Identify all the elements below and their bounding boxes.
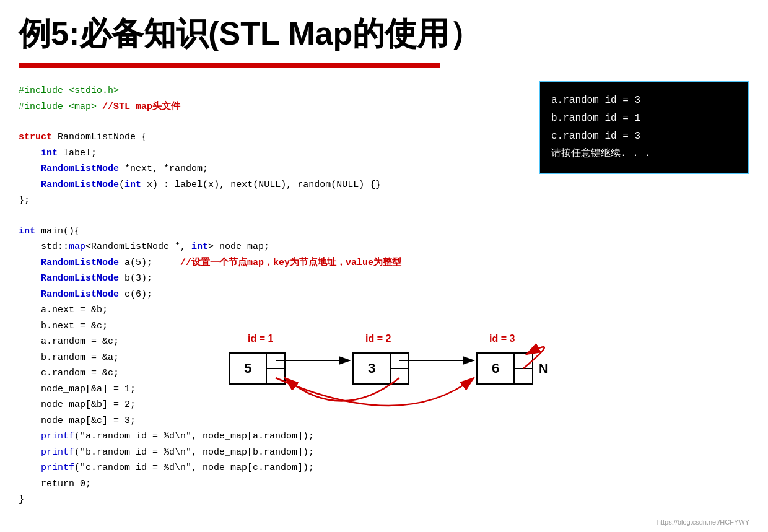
struct-close: }; [19,195,30,206]
diagram-area: id = 1 id = 2 id = 3 5 3 6 N [217,322,737,458]
node-a-decl: a(5); [119,258,152,268]
terminal-line-4: 请按任意键继续. . . [551,145,737,163]
node2-random-box [390,368,409,384]
terminal-line-2: b.random id = 1 [551,110,737,128]
assign2: b.next = &c; [19,321,108,331]
indent1 [19,148,41,159]
printf3-kw: printf [41,463,74,473]
constructor-body: ) : label( [152,180,208,190]
terminal-line-1: a.random id = 3 [551,92,737,110]
page-title: 例5:必备知识(STL Map的使用） [19,12,749,56]
keyword-struct: struct [19,132,52,142]
node3-random-box [514,368,533,384]
assign4: b.random = &a; [19,352,119,363]
comment-stl-map: //STL map头文件 [102,102,180,112]
printf1 [19,431,41,442]
node-c-decl: c(6); [119,289,152,300]
watermark: https://blog.csdn.net/HCFYWY [657,518,749,526]
struct-name: RandomListNode { [58,132,147,142]
indent5 [19,258,41,268]
linked-list-diagram: id = 1 id = 2 id = 3 5 3 6 N [217,322,737,458]
label-decl: label; [58,148,97,159]
map1: node_map[&a] = 1; [19,384,136,395]
printf3 [19,463,41,473]
id3-label: id = 3 [489,333,515,344]
main-close: } [19,494,24,505]
node3-value: 6 [492,360,499,376]
null-symbol: N [539,362,548,375]
comment-node-map: //设置一个节点map，key为节点地址，value为整型 [180,258,401,268]
main-decl: main(){ [35,226,80,237]
indent3 [19,180,41,190]
assign1: a.next = &b; [19,305,108,315]
map3: node_map[&c] = 3; [19,416,136,426]
kw-int2: int [124,180,141,190]
id1-label: id = 1 [248,333,273,344]
node-a-type: RandomListNode [41,258,119,268]
node-b-type: RandomListNode [41,273,119,284]
red-bar [19,63,440,68]
map-template: <RandomListNode *, [85,242,191,252]
map2: node_map[&b] = 2; [19,399,136,410]
node3-next-box [514,353,533,368]
ptr-decl: *next, *random; [119,164,208,174]
indent4 [19,242,41,252]
include-stdio: #include <stdio.h> [19,85,119,96]
map-keyword: map [69,242,85,252]
kw-int-main: int [19,226,35,237]
printf2-kw: printf [41,447,74,458]
indent2 [19,164,41,174]
constructor-name: RandomListNode [41,180,119,190]
node-b-decl: b(3); [119,273,152,284]
terminal-line-3: c.random id = 3 [551,128,737,146]
printf3-args: ("c.random id = %d\n", node_map[c.random… [74,463,314,473]
node-type: RandomListNode [41,164,119,174]
id2-label: id = 2 [365,333,391,344]
node2-value: 3 [368,360,375,376]
assign3: a.random = &c; [19,336,119,347]
include-map: #include <map> [19,102,97,112]
constructor-param: ( [119,180,124,190]
std-map-decl: std:: [41,242,69,252]
printf2 [19,447,41,458]
indent7 [19,289,41,300]
node1-random-box [266,368,285,384]
assign5: c.random = &c; [19,368,119,378]
kw-int3: int [191,242,208,252]
node1-value: 5 [244,360,251,376]
node-c-type: RandomListNode [41,289,119,300]
param-x: x [141,180,152,190]
printf1-kw: printf [41,431,74,442]
init-rest: ), next(NULL), random(NULL) {} [214,180,381,190]
indent6 [19,273,41,284]
kw-int1: int [41,148,58,159]
return-stmt: return 0; [19,479,91,489]
map-varname: > node_map; [208,242,269,252]
init-x: x [208,180,214,190]
terminal-box: a.random id = 3 b.random id = 1 c.random… [539,81,749,174]
